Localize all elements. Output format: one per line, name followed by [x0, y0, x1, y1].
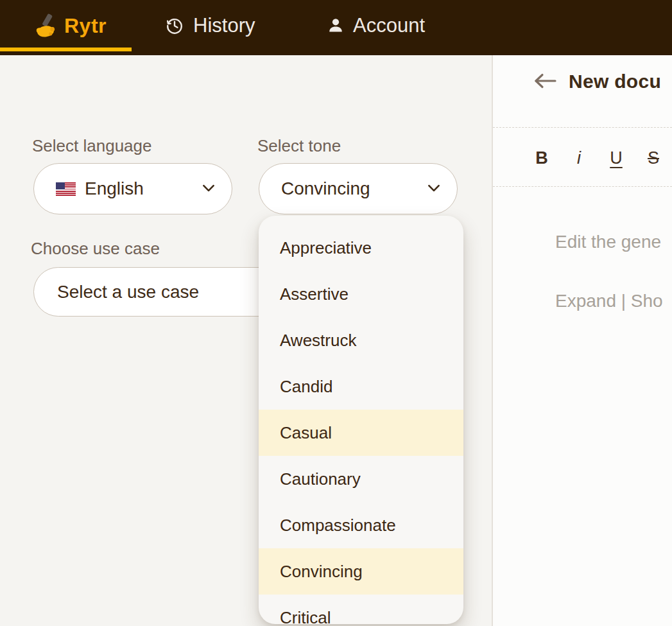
writing-hand-logo-icon [32, 13, 58, 38]
nav-item-label: Account [353, 14, 425, 37]
back-button[interactable] [533, 72, 557, 92]
chevron-down-icon [202, 183, 215, 195]
editor-content-area[interactable]: Edit the gene Expand | Sho [493, 187, 672, 626]
underline-button[interactable]: U [607, 148, 625, 168]
person-icon [326, 16, 345, 35]
tab-rytr[interactable]: Rytr [32, 0, 107, 51]
tone-option[interactable]: Compassionate [259, 502, 463, 548]
use-case-placeholder: Select a use case [57, 282, 199, 302]
tone-select[interactable]: Convincing [259, 163, 458, 214]
editor-panel: New docu B i U S Edit the gene Expand | … [492, 55, 672, 626]
editor-placeholder-line: Edit the gene [555, 232, 661, 252]
use-case-label: Choose use case [31, 239, 160, 259]
italic-button[interactable]: i [570, 148, 588, 168]
active-tab-indicator [0, 48, 132, 51]
format-toolbar: B i U S [533, 143, 662, 173]
history-clock-icon [164, 15, 185, 37]
tone-value: Convincing [281, 178, 370, 199]
bold-button[interactable]: B [533, 148, 551, 168]
document-header: New docu [493, 55, 672, 127]
tone-option[interactable]: Casual [259, 410, 463, 456]
language-value: English [85, 178, 144, 199]
tone-option[interactable]: Assertive [259, 271, 463, 317]
tone-option[interactable]: Convincing [259, 548, 463, 595]
strikethrough-button[interactable]: S [644, 148, 662, 168]
tone-option[interactable]: Cautionary [259, 456, 463, 502]
document-title: New docu [569, 71, 661, 92]
tab-history[interactable]: History [164, 0, 255, 51]
language-select[interactable]: English [33, 163, 232, 214]
tone-option[interactable]: Critical [259, 595, 463, 624]
editor-placeholder-line: Expand | Sho [555, 291, 663, 311]
tone-option[interactable]: Appreciative [259, 225, 463, 271]
composer-sidebar: Select language English Select tone Conv… [0, 55, 492, 626]
tone-option[interactable]: Candid [259, 363, 463, 410]
chevron-down-icon [427, 183, 440, 195]
divider [493, 127, 672, 128]
tone-option[interactable]: Awestruck [259, 317, 463, 363]
tone-label: Select tone [257, 136, 341, 156]
top-nav-bar: Rytr History Account [0, 0, 672, 55]
us-flag-icon [56, 182, 76, 196]
tone-dropdown-list: AppreciativeAssertiveAwestruckCandidCasu… [259, 216, 463, 624]
back-arrow-icon [533, 71, 557, 93]
tab-account[interactable]: Account [326, 0, 425, 51]
brand-label: Rytr [64, 14, 107, 38]
language-label: Select language [32, 136, 151, 156]
nav-item-label: History [193, 14, 255, 37]
